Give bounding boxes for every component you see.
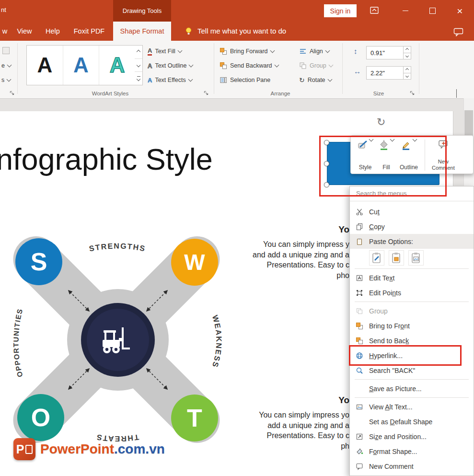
swot-circle-opportunities[interactable]: O bbox=[17, 394, 64, 441]
ribbon: e s A A A A Text Fill A Text Outline A T… bbox=[0, 41, 474, 99]
menu-item-save-as-picture[interactable]: Save as Picture... bbox=[350, 381, 474, 396]
rotate-button[interactable]: ↻ Rotate bbox=[299, 74, 332, 86]
menu-item-view-alt-text[interactable]: View Alt Text... bbox=[350, 399, 474, 414]
shape-width-input[interactable]: 2.22" bbox=[366, 66, 411, 80]
height-increase-button[interactable] bbox=[404, 46, 411, 53]
shape-styles-dialog-launcher[interactable] bbox=[10, 91, 15, 96]
logo-brand-text: PowerPoint bbox=[40, 441, 114, 456]
menu-item-cut-label: Cut bbox=[369, 208, 380, 216]
chevron-down-icon bbox=[369, 137, 374, 142]
context-menu-list: Cut Copy Paste Options: bbox=[350, 201, 474, 474]
tab-help[interactable]: Help bbox=[42, 22, 63, 41]
selection-handle[interactable] bbox=[324, 182, 329, 187]
svg-text:OPPORTUNITIES: OPPORTUNITIES bbox=[12, 307, 24, 378]
menu-item-edit-text-label: Edit Text bbox=[369, 274, 394, 282]
gallery-scroll-up-button[interactable] bbox=[135, 46, 142, 59]
chevron-down-icon bbox=[390, 137, 395, 142]
text-block-2[interactable]: You can simply impress yo add a unique z… bbox=[206, 410, 349, 451]
maximize-button[interactable] bbox=[421, 0, 444, 22]
menu-item-copy[interactable]: Copy bbox=[350, 219, 474, 234]
new-comment-icon bbox=[355, 463, 364, 470]
close-button[interactable]: × bbox=[447, 0, 473, 22]
gallery-more-button[interactable] bbox=[135, 72, 142, 85]
paste-destination-theme-button[interactable] bbox=[389, 250, 404, 266]
height-steppers bbox=[403, 46, 411, 59]
slide-title-text[interactable]: nfographic Style bbox=[0, 142, 213, 176]
chevron-down-icon bbox=[137, 77, 140, 81]
bring-forward-button[interactable]: Bring Forward bbox=[220, 45, 274, 58]
shape-style-button[interactable]: Style bbox=[355, 139, 376, 172]
svg-text:WEAKNESS: WEAKNESS bbox=[211, 314, 223, 369]
comments-icon[interactable] bbox=[453, 28, 464, 36]
send-backward-button[interactable]: Send Backward bbox=[220, 59, 278, 72]
tab-view[interactable]: View bbox=[13, 22, 35, 41]
wordart-style-option-1[interactable]: A bbox=[27, 46, 63, 85]
tab-foxit-pdf[interactable]: Foxit PDF bbox=[70, 22, 108, 41]
menu-item-set-as-default-shape[interactable]: Set as Default Shape bbox=[350, 414, 474, 429]
rotate-handle-icon[interactable]: ↻ bbox=[377, 117, 385, 128]
menu-item-new-comment[interactable]: New Comment bbox=[350, 459, 474, 474]
chevron-down-icon bbox=[413, 137, 417, 142]
size-position-icon bbox=[355, 433, 364, 441]
menu-separator bbox=[355, 379, 469, 380]
paste-as-picture-button[interactable] bbox=[408, 250, 424, 266]
size-dialog-launcher[interactable] bbox=[410, 91, 415, 96]
menu-item-search-back[interactable]: Search "BACK" bbox=[350, 363, 474, 378]
shape-height-input[interactable]: 0.91" bbox=[366, 46, 411, 59]
opportunities-label: OPPORTUNITIES bbox=[12, 307, 24, 378]
selection-handle[interactable] bbox=[324, 140, 329, 145]
chevron-down-icon bbox=[327, 77, 332, 81]
shape-effects-button-fragment[interactable]: s bbox=[1, 74, 11, 86]
text-fill-button[interactable]: A Text Fill bbox=[148, 45, 182, 58]
contextual-tab-drawing-tools[interactable]: Drawing Tools bbox=[113, 0, 171, 22]
selection-handle[interactable] bbox=[324, 161, 329, 166]
menu-item-hyperlink[interactable]: Hyperlink... bbox=[350, 348, 474, 363]
wordart-styles-dialog-launcher[interactable] bbox=[204, 91, 209, 96]
text-outline-label: Text Outline bbox=[155, 62, 186, 69]
width-decrease-button[interactable] bbox=[404, 73, 411, 80]
width-increase-button[interactable] bbox=[404, 67, 411, 73]
shape-outline-button-fragment[interactable]: e bbox=[1, 59, 11, 72]
wordart-style-option-2[interactable]: A bbox=[63, 46, 100, 85]
arrange-group-label: Arrange bbox=[230, 91, 331, 96]
paste-keep-formatting-button[interactable] bbox=[369, 250, 384, 266]
collapse-ribbon-button[interactable] bbox=[456, 90, 457, 98]
menu-item-format-shape[interactable]: Format Shape... bbox=[350, 444, 474, 459]
shape-fill-button[interactable]: Fill bbox=[376, 139, 397, 172]
selection-pane-button[interactable]: Selection Pane bbox=[220, 74, 270, 86]
align-button[interactable]: Align bbox=[299, 45, 329, 58]
tab-fragment[interactable]: w bbox=[1, 22, 9, 41]
sign-in-button[interactable]: Sign in bbox=[324, 4, 357, 17]
shape-outline-button[interactable]: Outline bbox=[397, 139, 421, 172]
text-block-2-heading[interactable]: Yo bbox=[254, 395, 349, 406]
text-line: You can simply impress yo bbox=[206, 410, 349, 420]
swot-circle-strengths[interactable]: S bbox=[15, 238, 62, 285]
minimize-button[interactable] bbox=[394, 0, 417, 22]
gallery-scroll-down-button[interactable] bbox=[135, 59, 142, 72]
tell-me-box[interactable]: Tell me what you want to do bbox=[197, 22, 286, 41]
wordart-style-option-3[interactable]: A bbox=[99, 46, 135, 85]
menu-item-cut[interactable]: Cut bbox=[350, 204, 474, 219]
text-block-1-heading[interactable]: Yo bbox=[254, 224, 349, 235]
text-effects-button[interactable]: A Text Effects bbox=[148, 74, 192, 86]
search-menus-input[interactable]: Search the menus bbox=[350, 186, 474, 201]
chevron-down-icon bbox=[274, 62, 279, 67]
menu-item-size-and-position[interactable]: Size and Position... bbox=[350, 429, 474, 444]
ribbon-display-options-icon[interactable] bbox=[369, 6, 380, 15]
text-block-1[interactable]: You can simply impress y and add a uniqu… bbox=[206, 239, 349, 280]
menu-item-bring-to-front[interactable]: Bring to Front bbox=[350, 318, 474, 333]
menu-item-new-comment-label: New Comment bbox=[369, 463, 414, 470]
height-decrease-button[interactable] bbox=[404, 53, 411, 59]
new-comment-button[interactable]: New Comment bbox=[429, 139, 458, 172]
group-button[interactable]: Group bbox=[299, 59, 333, 72]
lightbulb-icon bbox=[185, 27, 193, 35]
menu-item-send-to-back[interactable]: Send to Back bbox=[350, 333, 474, 348]
text-outline-button[interactable]: A Text Outline bbox=[148, 59, 193, 72]
menu-item-edit-points[interactable]: Edit Points bbox=[350, 285, 474, 300]
tab-shape-format[interactable]: Shape Format bbox=[113, 22, 171, 41]
text-line: add a unique zing and a bbox=[206, 420, 349, 431]
menu-item-paste-options[interactable]: Paste Options: bbox=[350, 234, 474, 249]
group-divider bbox=[214, 43, 214, 94]
menu-item-edit-text[interactable]: Edit Text bbox=[350, 270, 474, 285]
group-icon bbox=[355, 307, 364, 315]
